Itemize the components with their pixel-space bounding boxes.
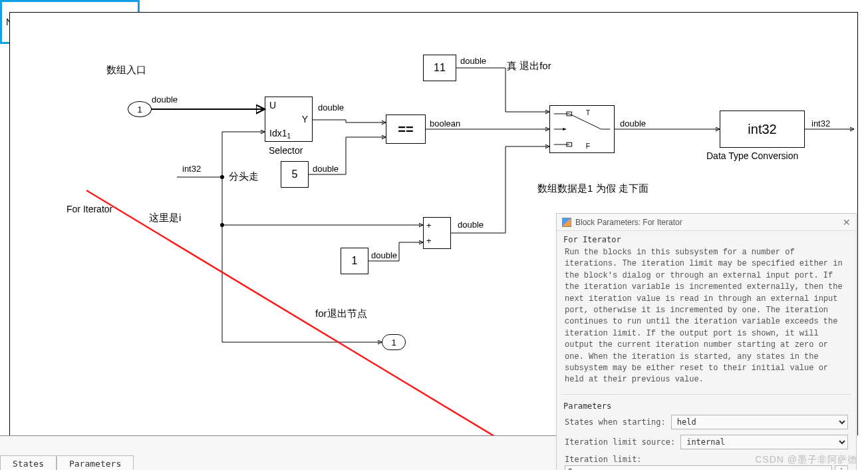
dtc-text: int32 — [748, 122, 776, 137]
sig-int32-1: int32 — [182, 164, 201, 174]
for-iterator-label: For Iterator — [67, 204, 112, 214]
anno-array-data-false: 数组数据是1 为假 走下面 — [537, 182, 649, 195]
compare-block[interactable]: == — [386, 115, 426, 144]
constant-11-block[interactable]: 11 — [423, 55, 456, 81]
compare-op: == — [398, 122, 413, 137]
sig-int32-2: int32 — [811, 118, 830, 128]
constant-1-value: 1 — [352, 255, 358, 267]
selector-u: U — [269, 100, 276, 111]
sum-plus-bot: + — [426, 236, 432, 246]
dialog-description: Run the blocks in this subsystem for a n… — [557, 246, 856, 391]
selector-block[interactable]: U Idx11 Y — [265, 97, 313, 142]
limit-src-select[interactable]: internal — [680, 435, 848, 449]
selector-idx: Idx1 — [269, 128, 287, 138]
sig-double-6: double — [458, 220, 484, 230]
selector-y: Y — [302, 114, 308, 124]
anno-for-exit-node: for退出节点 — [315, 308, 367, 320]
dialog-section-header: For Iterator — [557, 231, 856, 246]
sig-double-2: double — [318, 103, 344, 113]
selector-label: Selector — [269, 145, 303, 156]
iter-limit-label: Iteration limit: — [565, 455, 642, 464]
constant-5-block[interactable]: 5 — [281, 161, 309, 188]
constant-1-block[interactable]: 1 — [341, 248, 368, 274]
watermark: CSDN @墨子非阿萨德 — [755, 454, 857, 466]
limit-src-label: Iteration limit source: — [565, 437, 675, 447]
svg-text:F: F — [586, 142, 591, 150]
constant-5-value: 5 — [292, 168, 298, 180]
tab-states[interactable]: States — [0, 455, 57, 470]
anno-here-is-i: 这里是i — [149, 212, 181, 224]
switch-block[interactable]: T F — [549, 105, 615, 153]
dtc-block[interactable]: int32 — [720, 111, 805, 148]
sum-plus-top: + — [426, 220, 432, 230]
sig-double-7: double — [620, 118, 646, 128]
dialog-titlebar[interactable]: Block Parameters: For Iterator ✕ — [557, 214, 856, 231]
sig-boolean: boolean — [430, 118, 460, 128]
states-select[interactable]: held — [671, 415, 848, 429]
sum-block[interactable]: + + — [423, 217, 451, 249]
sig-double-4: double — [460, 56, 486, 66]
selector-idx-sub: 1 — [287, 132, 291, 140]
dtc-label: Data Type Conversion — [706, 150, 798, 161]
simulink-icon — [562, 218, 571, 227]
inport-1-label: 1 — [137, 105, 142, 115]
outport-1-label: 1 — [391, 338, 396, 348]
dialog-title: Block Parameters: For Iterator — [575, 218, 682, 227]
tab-parameters[interactable]: Parameters — [57, 455, 134, 470]
outport-1[interactable]: 1 — [382, 334, 406, 350]
sig-double-5: double — [371, 250, 397, 260]
anno-fork: 分头走 — [229, 170, 259, 183]
svg-text:T: T — [586, 109, 591, 117]
sig-double-1: double — [152, 95, 178, 105]
inport-1[interactable]: 1 — [128, 101, 152, 117]
states-label: States when starting: — [565, 417, 666, 427]
anno-true-exit-for: 真 退出for — [507, 60, 551, 73]
svg-line-3 — [569, 114, 601, 129]
dialog-params-header: Parameters — [557, 397, 856, 412]
sig-double-3: double — [313, 164, 339, 174]
constant-11-value: 11 — [434, 62, 446, 74]
block-parameters-dialog[interactable]: Block Parameters: For Iterator ✕ For Ite… — [556, 213, 857, 470]
anno-array-entry: 数组入口 — [106, 64, 146, 77]
close-icon[interactable]: ✕ — [843, 217, 851, 228]
